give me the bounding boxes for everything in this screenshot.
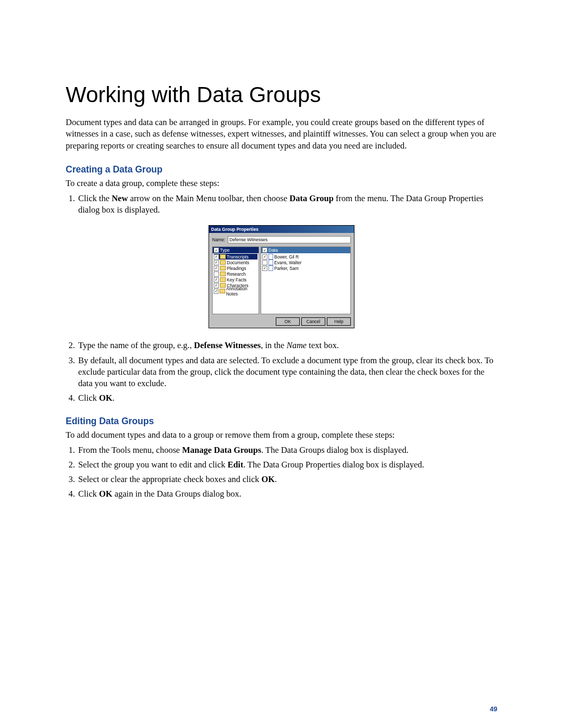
checkbox-icon[interactable]: ✓ <box>262 254 267 260</box>
document-icon <box>268 265 273 271</box>
edit-step-3: Select or clear the appropriate check bo… <box>77 474 497 485</box>
edit-steps: From the Tools menu, choose Manage Data … <box>66 445 497 500</box>
type-item[interactable]: Research <box>214 271 258 277</box>
checkbox-icon[interactable]: ✓ <box>214 266 219 271</box>
intro-paragraph: Document types and data can be arranged … <box>66 117 497 152</box>
checkbox-icon[interactable]: ✓ <box>214 277 219 282</box>
edit-step-1: From the Tools menu, choose Manage Data … <box>77 445 497 456</box>
checkbox-icon[interactable] <box>214 272 219 277</box>
type-column: ✓ Type ✓Transcripts ✓Documents ✓Pleading… <box>212 246 259 314</box>
data-all-checkbox[interactable]: ✓ <box>262 248 267 253</box>
checkbox-icon[interactable] <box>262 260 267 265</box>
data-list[interactable]: ✓Bower, Gil R Evans, Walter ✓Parker, Sam <box>261 253 350 272</box>
help-button[interactable]: Help <box>327 317 351 326</box>
folder-icon <box>219 289 225 293</box>
edit-step-4: Click OK again in the Data Groups dialog… <box>77 488 497 500</box>
edit-lead: To add document types and data to a grou… <box>66 430 497 440</box>
edit-step-2: Select the group you want to edit and cl… <box>77 459 497 471</box>
ok-button[interactable]: OK <box>276 317 300 326</box>
cancel-button[interactable]: Cancel <box>301 317 325 326</box>
data-group-properties-dialog: Data Group Properties Name: ✓ Type ✓Tran… <box>209 225 354 328</box>
create-step-4: Click OK. <box>77 392 497 404</box>
type-list[interactable]: ✓Transcripts ✓Documents ✓Pleadings Resea… <box>213 253 259 294</box>
type-all-checkbox[interactable]: ✓ <box>214 248 219 253</box>
document-icon <box>268 260 273 265</box>
data-column-header[interactable]: ✓ Data <box>261 247 350 253</box>
data-column: ✓ Data ✓Bower, Gil R Evans, Walter ✓Park… <box>261 246 351 314</box>
checkbox-icon[interactable]: ✓ <box>214 283 219 288</box>
type-column-header[interactable]: ✓ Type <box>213 247 259 253</box>
folder-icon <box>220 254 226 259</box>
create-steps: Click the New arrow on the Main Menu too… <box>66 193 497 216</box>
data-item[interactable]: ✓Parker, Sam <box>262 265 349 271</box>
type-item[interactable]: ✓Annotation Notes <box>214 288 258 294</box>
document-page: Working with Data Groups Document types … <box>0 0 563 728</box>
type-item[interactable]: ✓Transcripts <box>214 254 258 260</box>
dialog-figure: Data Group Properties Name: ✓ Type ✓Tran… <box>66 225 497 328</box>
section-heading-create: Creating a Data Group <box>66 164 497 175</box>
document-icon <box>268 254 273 260</box>
dialog-titlebar: Data Group Properties <box>209 226 354 233</box>
checkbox-icon[interactable]: ✓ <box>262 266 267 271</box>
create-step-1: Click the New arrow on the Main Menu too… <box>77 193 497 216</box>
name-input[interactable] <box>228 236 351 243</box>
folder-icon <box>220 266 226 270</box>
folder-icon <box>220 272 226 276</box>
type-item[interactable]: ✓Pleadings <box>214 265 258 271</box>
data-item[interactable]: ✓Bower, Gil R <box>262 254 349 260</box>
create-step-3: By default, all document types and data … <box>77 355 497 390</box>
folder-icon <box>220 277 226 282</box>
type-item[interactable]: ✓Documents <box>214 260 258 265</box>
create-lead: To create a data group, complete these s… <box>66 178 497 189</box>
create-steps-cont: Type the name of the group, e.g., Defens… <box>66 340 497 404</box>
create-step-2: Type the name of the group, e.g., Defens… <box>77 340 497 351</box>
name-label: Name: <box>212 237 228 242</box>
page-title: Working with Data Groups <box>66 82 497 107</box>
page-number: 49 <box>490 705 497 713</box>
checkbox-icon[interactable]: ✓ <box>214 289 218 294</box>
checkbox-icon[interactable]: ✓ <box>214 254 219 260</box>
checkbox-icon[interactable]: ✓ <box>214 260 219 265</box>
folder-icon <box>220 283 226 288</box>
folder-icon <box>220 260 226 265</box>
data-item[interactable]: Evans, Walter <box>262 260 349 265</box>
type-item[interactable]: ✓Key Facts <box>214 277 258 282</box>
section-heading-edit: Editing Data Groups <box>66 416 497 427</box>
